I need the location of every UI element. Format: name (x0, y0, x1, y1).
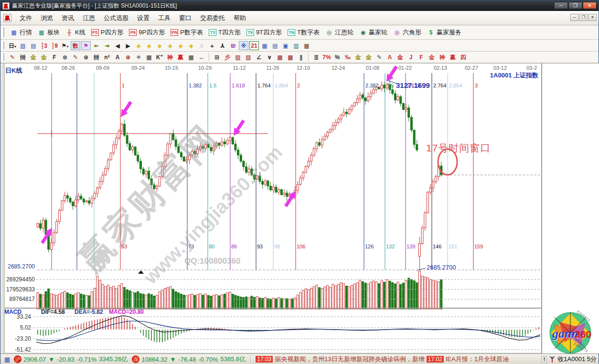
grid-tool-icon[interactable]: 卌 (18, 53, 28, 62)
expand-right-icon[interactable]: ◈ (144, 41, 154, 50)
gold-pen-icon[interactable]: ✎ (374, 53, 384, 62)
nav-last-icon[interactable]: ⇥ (102, 41, 112, 50)
bars9-icon[interactable]: ┋9 (50, 41, 59, 50)
list-pct-icon[interactable]: ≣ (311, 53, 321, 62)
save-icon[interactable]: ▣ (281, 41, 290, 50)
spiral-icon[interactable]: ⊚ (60, 53, 70, 62)
si-angle-icon[interactable]: 四 (459, 53, 468, 62)
menu-item-7[interactable]: 工具 (154, 13, 175, 23)
kline-chart[interactable]: 08-1208-2609-0909-2410-1510-2911-1211-26… (0, 64, 599, 354)
target-icon[interactable]: ⊕ (123, 53, 133, 62)
box-div-icon[interactable]: ⊞ (212, 53, 222, 62)
info-doc-icon[interactable]: ▤ (29, 41, 38, 50)
z-pct-icon[interactable]: 7% (322, 53, 332, 62)
t-square-button[interactable]: T3T四方形 (206, 27, 244, 38)
shen-grid-icon[interactable]: 神 (165, 53, 175, 62)
kline-button[interactable]: ╫K线 (63, 27, 88, 38)
gold-grid2-icon[interactable]: 金 (39, 53, 49, 62)
expand-v-icon[interactable]: ◈ (176, 41, 185, 50)
winner-wheel-button[interactable]: ◉赢家轮 (356, 27, 390, 38)
expand-left-icon[interactable]: ◈ (134, 41, 143, 50)
news1-text[interactable]: 据央视新闻，贵州13日无新增新冠肺炎确诊病例，新增 (275, 355, 424, 364)
gold-box-icon[interactable]: 金 (396, 53, 405, 62)
nav-next-icon[interactable]: ▶ (123, 41, 133, 50)
web-box-icon[interactable]: ▦ (144, 53, 154, 62)
9p-square-button[interactable]: P99P四方形 (126, 27, 168, 38)
n-square-icon[interactable]: n² (102, 53, 112, 62)
k-quote-icon[interactable]: K" (155, 53, 164, 62)
menu-item-2[interactable]: 浏览 (36, 13, 57, 23)
p-square-button[interactable]: PSP四方形 (88, 27, 127, 38)
calculator-icon[interactable]: ▦ (260, 41, 269, 50)
crosshair-icon[interactable]: ＋ (207, 41, 217, 50)
window-tool-icon[interactable]: ₪ (228, 41, 238, 50)
notes-icon[interactable]: ▤ (270, 41, 280, 50)
color-flag-icon[interactable]: ⚑ (81, 41, 91, 50)
pen-icon[interactable]: ✎ (8, 53, 17, 62)
j-angle-icon[interactable]: J (406, 53, 416, 62)
nav-prev-icon[interactable]: ◀ (113, 41, 122, 50)
dense-grid-icon[interactable]: ▦ (275, 53, 285, 62)
pattern-view-icon[interactable]: ▧ (18, 41, 28, 50)
menu-item-5[interactable]: 公式选股 (99, 13, 133, 23)
gold-lines-icon[interactable]: 金 (364, 53, 374, 62)
menu-item-8[interactable]: 窗口 (175, 13, 196, 23)
winner-service-button[interactable]: $赢家服务 (424, 27, 464, 38)
ruler-grid-icon[interactable]: ▦ (186, 53, 196, 62)
mdi-minimize-button[interactable]: ─ (570, 14, 578, 21)
nav-first-icon[interactable]: ⇤ (92, 41, 101, 50)
close-button[interactable]: ✕ (583, 2, 597, 9)
box-fan2-icon[interactable]: ▧ (244, 53, 253, 62)
expand-h-icon[interactable]: ◈ (155, 41, 164, 50)
bars3-icon[interactable]: ┋3 (39, 41, 49, 50)
pct-lines-icon[interactable]: ‰ (343, 53, 353, 62)
menu-item-1[interactable]: 文件 (15, 13, 36, 23)
smart-brain-icon[interactable]: ※ (239, 41, 248, 50)
menu-item-9[interactable]: 交易委托 (196, 13, 229, 23)
menu-item-10[interactable]: 帮助 (229, 13, 250, 23)
maximize-button[interactable]: ❐ (568, 2, 582, 9)
mdi-restore-button[interactable]: ❐ (579, 14, 588, 21)
fan-lines-icon[interactable]: 彡 (223, 53, 232, 62)
gann-wheel-button[interactable]: ◎江恩轮 (322, 27, 356, 38)
quote-grid-icon[interactable]: ▦ (4, 356, 10, 363)
span-icon[interactable]: ↔ (197, 53, 206, 62)
mdi-close-button[interactable]: ✕ (588, 14, 597, 21)
angle-line-icon[interactable]: ∠ (254, 53, 264, 62)
pct-icon[interactable]: % (332, 53, 342, 62)
mail-icon[interactable]: ▩ (302, 41, 311, 50)
sectors-button[interactable]: ▩板块 (35, 27, 63, 38)
p-table-button[interactable]: PNP数字表 (168, 27, 206, 38)
compress-h-icon[interactable]: ◈ (165, 41, 175, 50)
menu-item-4[interactable]: 江恩 (78, 13, 99, 23)
menu-item-3[interactable]: 资讯 (57, 13, 78, 23)
f-angle-icon[interactable]: F (417, 53, 426, 62)
quotes-button[interactable]: ▦行情 (7, 27, 35, 38)
gold-grid-icon[interactable]: 金 (29, 53, 38, 62)
grid-box-icon[interactable]: ▩ (286, 53, 295, 62)
ying-grid-icon[interactable]: 赢 (176, 53, 185, 62)
gold-angle-icon[interactable]: 金 (427, 53, 437, 62)
gold-circle-icon[interactable]: 金 (353, 53, 363, 62)
pen2-icon[interactable]: ✎ (71, 53, 80, 62)
box-fan-icon[interactable]: ▨ (233, 53, 243, 62)
a-box-icon[interactable]: A (385, 53, 395, 62)
f-grid-icon[interactable]: F (50, 53, 59, 62)
zigzag-icon[interactable]: ∨ (265, 53, 274, 62)
gann-count-icon[interactable]: 数 (71, 41, 80, 50)
star-web-icon[interactable]: ✳ (134, 53, 143, 62)
flag-drop-icon[interactable]: ⚑▾ (60, 41, 70, 50)
mirror-a-icon[interactable]: A (113, 53, 122, 62)
compress-v-icon[interactable]: ◈ (186, 41, 196, 50)
news2-text[interactable]: IEA月报：1月全球原油 (446, 355, 509, 364)
parallel-icon[interactable]: ∥ (296, 53, 306, 62)
compass-icon[interactable]: ⊕ (81, 53, 91, 62)
scroll-spinner[interactable]: ▲▼ (541, 356, 547, 363)
minimize-button[interactable]: ─ (554, 2, 568, 9)
hexagon-button[interactable]: ◎六角形 (390, 27, 424, 38)
cut-icon[interactable]: ⅄ (218, 41, 227, 50)
grid2-icon[interactable]: 卌 (92, 53, 101, 62)
calendar-icon[interactable]: 21 (249, 41, 259, 50)
9t-square-button[interactable]: T99T四方形 (244, 27, 285, 38)
menu-item-6[interactable]: 设置 (133, 13, 154, 23)
